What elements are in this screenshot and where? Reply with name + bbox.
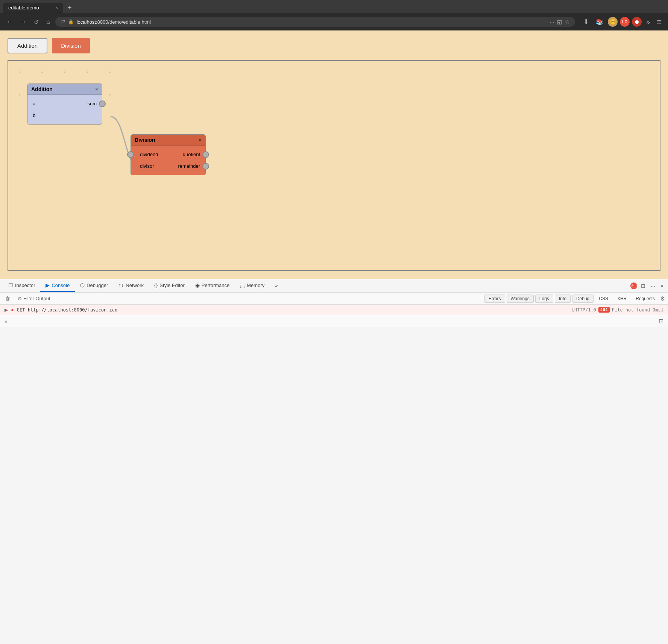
division-port-remainder-label: remainder [178,163,200,169]
addition-node-body: a sum b [27,95,102,124]
devtools-toolbar: ☐ Inspector ▶ Console ⬡ Debugger ↑↓ Netw… [0,279,668,293]
log-expand-btn[interactable]: ▶ [5,307,8,313]
address-host: localhost [77,19,96,25]
shield-icon: 🛡 [61,19,65,24]
browser-actions: ⬇ 📚 😊 LO ⏺ » ≡ [581,16,663,27]
addition-close-btn[interactable]: × [95,86,98,92]
tab-overflow[interactable]: » [270,279,283,292]
division-remainder-port[interactable] [202,163,209,170]
filter-debug-btn[interactable]: Debug [572,295,594,303]
tab-bar: editable demo × + [0,0,668,13]
address-bar[interactable]: 🛡 🔒 localhost:8000/demo/editable.html ··… [55,17,575,27]
tab-performance[interactable]: ◉ Performance [190,279,235,292]
network-icon: ↑↓ [118,282,124,288]
console-icon: ▶ [46,282,50,288]
filter-info-btn[interactable]: Info [555,295,571,303]
new-tab-btn[interactable]: + [65,2,75,13]
division-node-header: Division × [131,135,205,146]
node-button-row: Addition Division [8,38,660,53]
division-quotient-port[interactable] [202,151,209,158]
more-btn[interactable]: ··· [550,19,554,25]
filter-output-btn[interactable]: ⊘ Filter Output [15,294,53,303]
record-btn[interactable]: ⏺ [632,17,642,27]
debugger-icon: ⬡ [80,282,85,288]
forward-btn[interactable]: → [18,17,29,27]
bookmark-icon[interactable]: ☆ [565,19,570,25]
filter-errors-btn[interactable]: Errors [484,295,505,303]
avatar-btn-1[interactable]: 😊 [608,17,618,27]
error-icon: ⚠ [630,283,635,289]
active-tab[interactable]: editable demo × [3,3,63,13]
requests-filter-btn[interactable]: Requests [632,295,659,303]
console-layout-btn[interactable]: ⊡ [659,317,663,325]
inspector-icon: ☐ [8,282,13,288]
log-meta: [HTTP/1.0 404 File not found 0ms] [572,307,663,313]
css-filter-btn[interactable]: CSS [595,295,612,303]
division-node-title: Division [135,137,155,143]
lock-icon: 🔒 [68,19,74,24]
tab-inspector[interactable]: ☐ Inspector [3,279,40,292]
addition-node-title: Addition [31,86,53,92]
devtools-close-btn[interactable]: × [659,281,665,290]
trash-icon: 🗑 [5,296,10,301]
performance-icon: ◉ [195,282,200,288]
style-editor-icon: {} [154,282,158,288]
console-chevron-btn[interactable]: » [5,318,8,324]
tab-memory[interactable]: ⬚ Memory [235,279,270,292]
division-close-btn[interactable]: × [199,137,202,143]
devtools-panel: ☐ Inspector ▶ Console ⬡ Debugger ↑↓ Netw… [0,279,668,327]
pocket-icon[interactable]: ◱ [557,19,562,25]
addition-node-header: Addition × [27,84,102,95]
address-text: localhost:8000/demo/editable.html [77,19,547,25]
addition-port-a-label: a [33,101,35,106]
xhr-filter-btn[interactable]: XHR [613,295,630,303]
console-settings-btn[interactable]: ⚙ [660,295,665,303]
addition-port-row-b: b [27,109,102,121]
overflow-btn[interactable]: » [644,17,652,27]
console-bottom-right: ⊡ [659,317,663,325]
addition-sum-port[interactable] [99,100,106,107]
division-port-row-divisor: divisor remainder [131,160,205,172]
addition-port-b-label: b [33,112,35,118]
addition-btn[interactable]: Addition [8,38,47,53]
tab-console[interactable]: ▶ Console [40,279,75,292]
console-filter-btns: Errors Warnings Logs Info Debug CSS XHR … [484,295,665,303]
reload-btn[interactable]: ↺ [32,17,41,27]
http-status-badge: 404 [598,307,610,313]
tab-style-editor[interactable]: {} Style Editor [149,279,190,292]
addition-node[interactable]: Addition × a sum b [27,84,102,125]
tab-close-btn[interactable]: × [55,5,58,11]
download-btn[interactable]: ⬇ [581,16,591,27]
back-btn[interactable]: ← [5,17,15,27]
home-btn[interactable]: ⌂ [44,17,52,27]
division-btn[interactable]: Division [52,38,90,53]
library-btn[interactable]: 📚 [594,17,606,27]
filter-icon: ⊘ [18,296,22,301]
log-http-meta: [HTTP/1.0 [572,307,596,313]
filter-logs-btn[interactable]: Logs [535,295,553,303]
memory-icon: ⬚ [240,282,245,288]
error-badge: ⚠ 1 [630,283,637,289]
tab-debugger[interactable]: ⬡ Debugger [75,279,113,292]
menu-btn[interactable]: ≡ [654,17,663,27]
tab-network[interactable]: ↑↓ Network [113,279,149,292]
canvas-area[interactable]: Addition × a sum b Division × [8,60,660,271]
nav-bar: ← → ↺ ⌂ 🛡 🔒 localhost:8000/demo/editable… [0,13,668,30]
addition-port-sum-label: sum [87,101,97,106]
clear-console-btn[interactable]: 🗑 [3,294,12,303]
log-error-icon: ● [11,307,14,313]
browser-chrome: editable demo × + ← → ↺ ⌂ 🛡 🔒 localhost:… [0,0,668,30]
division-port-dividend-label: dividend [136,152,158,157]
division-node[interactable]: Division × dividend quotient divisor rem… [131,134,206,175]
devtools-right-actions: ⚠ 1 ⊡ ··· × [630,281,665,290]
division-dividend-port[interactable] [127,151,134,158]
devtools-more-btn[interactable]: ··· [649,281,657,290]
division-node-body: dividend quotient divisor remainder [131,146,205,175]
console-bottom-bar: » ⊡ [0,315,668,327]
filter-warnings-btn[interactable]: Warnings [507,295,534,303]
page-content: Addition Division Addition × [0,30,668,279]
devtools-split-btn[interactable]: ⊡ [639,281,647,290]
log-text: GET http://localhost:8000/favicon.ico [17,307,569,313]
division-port-quotient-label: quotient [183,152,200,157]
avatar-btn-2[interactable]: LO [620,17,630,27]
